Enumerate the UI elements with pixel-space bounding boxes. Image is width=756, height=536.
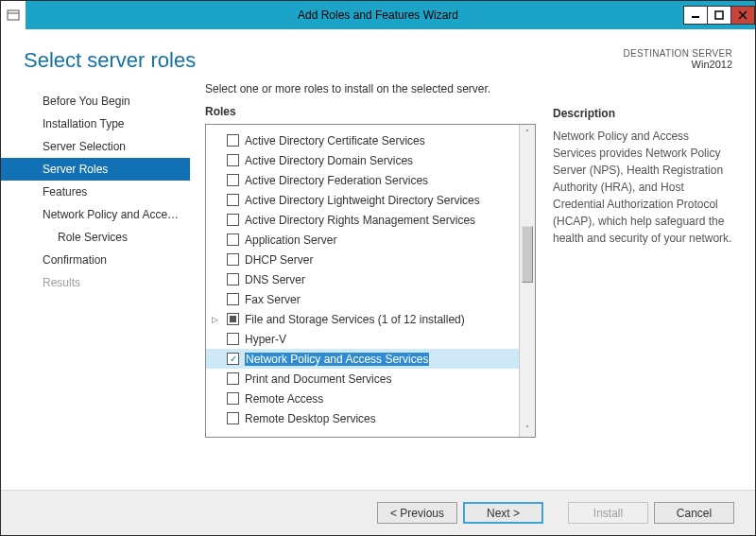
maximize-button[interactable]	[707, 6, 731, 25]
scroll-down-button[interactable]: ˅	[520, 421, 535, 437]
role-item[interactable]: Fax Server	[206, 289, 519, 309]
minimize-button[interactable]	[683, 6, 708, 25]
role-checkbox[interactable]	[227, 154, 239, 166]
role-label: Active Directory Rights Management Servi…	[245, 214, 475, 227]
description-header: Description	[553, 105, 732, 122]
roles-column: Roles Active Directory Certificate Servi…	[205, 105, 536, 438]
role-label: Application Server	[245, 233, 336, 247]
expand-icon[interactable]: ▷	[212, 315, 218, 324]
role-label: Hyper-V	[245, 333, 286, 346]
role-label: Active Directory Federation Services	[245, 174, 428, 187]
role-checkbox[interactable]	[227, 293, 239, 305]
cancel-button[interactable]: Cancel	[654, 502, 734, 524]
columns: Roles Active Directory Certificate Servi…	[205, 105, 732, 438]
nav-step[interactable]: Features	[1, 181, 190, 203]
nav-step[interactable]: Server Roles	[1, 158, 190, 181]
role-label: File and Storage Services (1 of 12 insta…	[245, 313, 465, 326]
scroll-thumb[interactable]	[522, 226, 533, 283]
role-label: Active Directory Certificate Services	[245, 134, 425, 147]
scroll-up-button[interactable]: ˄	[520, 125, 535, 141]
svg-rect-3	[715, 11, 723, 19]
svg-rect-0	[8, 10, 19, 20]
nav-step: Results	[1, 271, 190, 294]
wizard-window: Add Roles and Features Wizard Select ser…	[0, 0, 756, 536]
role-checkbox[interactable]	[227, 253, 239, 266]
previous-button[interactable]: < Previous	[377, 502, 457, 524]
role-label: Fax Server	[245, 293, 301, 306]
nav-step[interactable]: Installation Type	[1, 112, 190, 135]
window-controls	[684, 6, 755, 25]
nav-step[interactable]: Network Policy and Acces...	[1, 203, 190, 226]
roles-listbox[interactable]: Active Directory Certificate ServicesAct…	[205, 124, 536, 438]
scrollbar[interactable]: ˄ ˅	[519, 125, 535, 437]
role-checkbox[interactable]	[227, 273, 239, 285]
description-column: Description Network Policy and Access Se…	[553, 105, 732, 438]
nav-step[interactable]: Confirmation	[1, 249, 190, 271]
role-item[interactable]: Remote Access	[206, 389, 519, 408]
destination-info: DESTINATION SERVER Win2012	[623, 48, 732, 73]
role-label: DNS Server	[245, 273, 305, 286]
nav-step[interactable]: Server Selection	[1, 135, 190, 158]
roles-header: Roles	[205, 105, 536, 118]
role-checkbox[interactable]	[227, 174, 239, 186]
role-checkbox[interactable]: ✓	[227, 353, 239, 365]
role-checkbox[interactable]	[227, 233, 239, 246]
window-title: Add Roles and Features Wizard	[1, 9, 755, 22]
role-item[interactable]: Active Directory Domain Services	[206, 150, 519, 170]
nav-step[interactable]: Role Services	[1, 226, 190, 249]
role-item[interactable]: Application Server	[206, 230, 519, 250]
content-area: Before You BeginInstallation TypeServer …	[1, 82, 755, 438]
role-item[interactable]: Remote Desktop Services	[206, 408, 519, 428]
wizard-steps-sidebar: Before You BeginInstallation TypeServer …	[1, 82, 190, 438]
destination-label: DESTINATION SERVER	[623, 48, 732, 59]
main-panel: Select one or more roles to install on t…	[190, 82, 755, 438]
instruction-text: Select one or more roles to install on t…	[205, 82, 732, 95]
role-label: Remote Desktop Services	[245, 412, 376, 425]
header: Select server roles DESTINATION SERVER W…	[1, 29, 755, 82]
role-checkbox[interactable]	[227, 134, 239, 147]
role-label: Active Directory Domain Services	[245, 154, 413, 167]
nav-step[interactable]: Before You Begin	[1, 90, 190, 112]
button-bar: < Previous Next > Install Cancel	[1, 490, 755, 535]
role-label: Remote Access	[245, 392, 323, 406]
role-label: Active Directory Lightweight Directory S…	[245, 194, 480, 207]
role-checkbox[interactable]	[227, 372, 239, 385]
role-checkbox[interactable]	[227, 194, 239, 206]
role-item[interactable]: Active Directory Rights Management Servi…	[206, 210, 519, 230]
role-checkbox[interactable]	[227, 214, 239, 226]
title-bar[interactable]: Add Roles and Features Wizard	[1, 1, 755, 29]
destination-server: Win2012	[623, 59, 732, 70]
role-item[interactable]: DHCP Server	[206, 250, 519, 269]
role-item[interactable]: DNS Server	[206, 269, 519, 289]
description-text: Network Policy and Access Services provi…	[553, 128, 732, 247]
role-item[interactable]: Active Directory Certificate Services	[206, 130, 519, 150]
roles-list: Active Directory Certificate ServicesAct…	[206, 125, 519, 437]
role-item[interactable]: Active Directory Lightweight Directory S…	[206, 190, 519, 210]
role-item[interactable]: Hyper-V	[206, 329, 519, 349]
app-icon	[1, 1, 26, 29]
role-item[interactable]: Print and Document Services	[206, 369, 519, 389]
role-label: Print and Document Services	[245, 372, 391, 386]
role-checkbox[interactable]	[227, 333, 239, 345]
role-item[interactable]: ▷File and Storage Services (1 of 12 inst…	[206, 309, 519, 329]
install-button: Install	[568, 502, 648, 524]
role-label: Network Policy and Access Services	[245, 353, 429, 366]
role-item[interactable]: ✓Network Policy and Access Services	[206, 349, 519, 369]
role-label: DHCP Server	[245, 253, 313, 267]
role-item[interactable]: Active Directory Federation Services	[206, 170, 519, 190]
role-checkbox[interactable]	[227, 313, 239, 325]
role-checkbox[interactable]	[227, 412, 239, 424]
role-checkbox[interactable]	[227, 392, 239, 405]
page-title: Select server roles	[24, 48, 196, 73]
next-button[interactable]: Next >	[463, 502, 543, 524]
close-button[interactable]	[730, 6, 755, 25]
wizard-body: Select server roles DESTINATION SERVER W…	[1, 29, 755, 535]
scroll-track[interactable]	[520, 141, 535, 421]
